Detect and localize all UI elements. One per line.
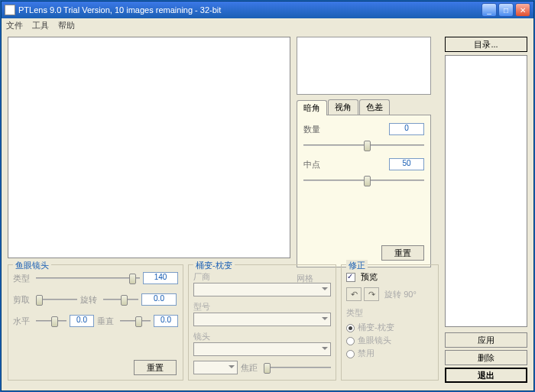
menu-tool[interactable]: 工具 [31, 20, 50, 31]
amount-label: 数量 [303, 124, 332, 135]
midpoint-value[interactable]: 50 [389, 158, 424, 170]
fisheye-type-label: 类型 [13, 273, 33, 284]
radio-disable[interactable] [346, 350, 355, 358]
title-bar: PTLens 9.0 Trial Version, 10 images rema… [2, 2, 533, 18]
exit-button[interactable]: 退出 [445, 368, 527, 383]
camera-model-combo[interactable] [193, 313, 331, 326]
group-fix: 修正 预览 ↶ ↷ 旋转 90° 类型 桶变-枕变 鱼眼镜头 禁用 [341, 264, 439, 381]
close-button[interactable]: ✕ [515, 3, 530, 17]
fisheye-vert-value[interactable]: 0.0 [154, 315, 178, 327]
camera-focal-slider[interactable] [264, 361, 331, 374]
fisheye-crop-slider[interactable] [36, 293, 77, 306]
radio-barrel[interactable] [346, 324, 355, 332]
fisheye-type-value[interactable]: 140 [143, 272, 178, 284]
tab-panel: 数量 0 中点 50 重置 [297, 115, 431, 267]
fisheye-horiz-label: 水平 [13, 316, 33, 327]
group-fix-title: 修正 [346, 260, 368, 271]
fisheye-horiz-slider[interactable] [36, 314, 66, 328]
rotate-ccw-button[interactable]: ↶ [346, 287, 362, 301]
menu-help[interactable]: 帮助 [57, 20, 76, 31]
window-title: PTLens 9.0 Trial Version, 10 images rema… [18, 5, 481, 15]
amount-value[interactable]: 0 [389, 123, 424, 135]
rotate90-label: 旋转 90° [384, 290, 417, 299]
menu-file[interactable]: 文件 [5, 20, 24, 31]
fisheye-reset-button[interactable]: 重置 [134, 360, 177, 375]
app-icon [5, 5, 15, 15]
radio-fisheye[interactable] [346, 337, 355, 345]
radio-barrel-label: 桶变-枕变 [358, 322, 394, 332]
midpoint-label: 中点 [303, 159, 332, 170]
fix-type-label: 类型 [346, 307, 433, 319]
rotate-cw-button[interactable]: ↷ [364, 287, 379, 301]
vignette-reset-button[interactable]: 重置 [381, 245, 424, 261]
fisheye-vert-label: 垂直 [97, 316, 117, 327]
preview-checkbox[interactable] [346, 273, 355, 282]
group-fisheye-title: 鱼眼镜头 [13, 260, 51, 271]
radio-fisheye-label: 鱼眼镜头 [358, 335, 391, 345]
fisheye-horiz-value[interactable]: 0.0 [70, 315, 94, 327]
fisheye-crop-label: 剪取 [13, 294, 33, 306]
menu-bar: 文件 工具 帮助 [2, 18, 533, 32]
group-camera-title: 桶变-枕变 [193, 260, 235, 271]
camera-lens-combo[interactable] [193, 342, 331, 356]
midpoint-slider[interactable] [303, 173, 424, 187]
thumbnail-area [297, 37, 431, 95]
camera-maker-combo[interactable] [193, 283, 331, 296]
image-list[interactable] [445, 55, 527, 327]
fisheye-vert-slider[interactable] [120, 314, 151, 328]
camera-model-label: 型号 [193, 302, 210, 311]
catalog-button[interactable]: 目录... [445, 37, 527, 52]
fisheye-rotate-value[interactable]: 0.0 [141, 293, 177, 306]
preview-area [8, 37, 290, 258]
group-fisheye: 鱼眼镜头 类型 140 剪取 旋转 0.0 水平 [8, 264, 183, 381]
preview-label: 预览 [361, 272, 378, 281]
camera-focal-label: 焦距 [241, 362, 261, 374]
fisheye-rotate-label: 旋转 [80, 294, 100, 306]
apply-button[interactable]: 应用 [445, 332, 527, 348]
minimize-button[interactable]: _ [481, 3, 497, 17]
maximize-button[interactable]: □ [498, 3, 514, 17]
camera-focal-combo[interactable] [193, 361, 238, 374]
amount-slider[interactable] [303, 138, 424, 152]
radio-disable-label: 禁用 [358, 348, 374, 358]
group-camera: 桶变-枕变 厂商 型号 镜头 焦距 [188, 264, 336, 381]
fisheye-rotate-slider[interactable] [103, 293, 138, 306]
camera-lens-label: 镜头 [193, 332, 210, 341]
fisheye-type-slider[interactable] [36, 271, 140, 285]
delete-button[interactable]: 删除 [445, 350, 527, 365]
camera-maker-label: 厂商 [193, 272, 210, 281]
tab-vignette[interactable]: 暗角 [297, 100, 327, 115]
tab-chromatic[interactable]: 色差 [359, 99, 390, 115]
tab-perspective[interactable]: 视角 [328, 99, 358, 115]
